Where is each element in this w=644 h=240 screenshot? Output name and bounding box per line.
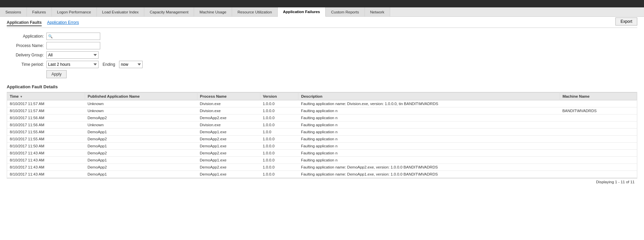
application-search-container: 🔍	[46, 33, 100, 40]
table-cell: DemoApp1.exe	[197, 129, 260, 136]
table-row[interactable]: 8/10/2017 11:57 AMUnknownDivision.exe1.0…	[7, 107, 637, 114]
table-cell	[560, 129, 637, 136]
table-cell: Unknown	[85, 122, 197, 129]
table-cell: 8/10/2017 11:55 AM	[7, 136, 85, 143]
table-cell: Faulting application n	[298, 150, 560, 157]
filter-section: Application: 🔍 Process Name: Delivery Gr…	[7, 33, 637, 78]
table-cell	[560, 136, 637, 143]
table-cell: 1.0.0	[260, 129, 298, 136]
table-cell: Faulting application n	[298, 143, 560, 150]
tab-load-evaluator[interactable]: Load Evaluator Index	[97, 7, 145, 16]
tab-application-failures[interactable]: Application Failures	[278, 7, 326, 17]
ending-select[interactable]: now custom	[119, 61, 143, 68]
table-row[interactable]: 8/10/2017 11:50 AMDemoApp1DemoApp1.exe1.…	[7, 143, 637, 150]
col-time[interactable]: Time ▼	[7, 93, 85, 100]
table-cell: DemoApp2.exe	[197, 150, 260, 157]
subtab-application-errors[interactable]: Application Errors	[47, 20, 79, 26]
table-cell: 8/10/2017 11:43 AM	[7, 150, 85, 157]
tab-network[interactable]: Network	[365, 7, 390, 16]
table-cell: 8/10/2017 11:56 AM	[7, 114, 85, 122]
table-row[interactable]: 8/10/2017 11:55 AMDemoApp1DemoApp1.exe1.…	[7, 129, 637, 136]
table-cell: 8/10/2017 11:43 AM	[7, 171, 85, 178]
table-cell: DemoApp2	[85, 114, 197, 122]
apply-button[interactable]: Apply	[46, 70, 67, 78]
table-cell: Unknown	[85, 100, 197, 107]
application-filter-row: Application: 🔍	[7, 33, 637, 40]
tab-logon-performance[interactable]: Logon Performance	[52, 7, 97, 16]
table-cell	[560, 143, 637, 150]
table-cell: Faulting application n	[298, 107, 560, 114]
tab-capacity-management[interactable]: Capacity Management	[144, 7, 194, 16]
table-cell: DemoApp1.exe	[197, 157, 260, 164]
tab-custom-reports[interactable]: Custom Reports	[326, 7, 365, 16]
table-row[interactable]: 8/10/2017 11:43 AMDemoApp1DemoApp1.exe1.…	[7, 157, 637, 164]
tab-failures[interactable]: Failures	[27, 7, 52, 16]
col-machine-name[interactable]: Machine Name	[560, 93, 637, 100]
table-row[interactable]: 8/10/2017 11:56 AMDemoApp2DemoApp2.exe1.…	[7, 114, 637, 122]
table-cell: 1.0.0.0	[260, 143, 298, 150]
table-cell	[560, 122, 637, 129]
process-name-input[interactable]	[46, 42, 100, 49]
table-cell: 1.0.0.0	[260, 100, 298, 107]
table-cell: DemoApp1.exe	[197, 143, 260, 150]
table-cell	[560, 150, 637, 157]
table-row[interactable]: 8/10/2017 11:43 AMDemoApp2DemoApp2.exe1.…	[7, 150, 637, 157]
delivery-group-filter-row: Delivery Group: All	[7, 51, 637, 59]
table-cell: Faulting application n	[298, 157, 560, 164]
table-cell	[560, 157, 637, 164]
top-nav	[0, 0, 644, 7]
subtab-application-faults[interactable]: Application Faults	[7, 20, 42, 26]
process-name-filter-row: Process Name:	[7, 42, 637, 49]
col-app-name[interactable]: Published Application Name	[85, 93, 197, 100]
table-row[interactable]: 8/10/2017 11:55 AMDemoApp2DemoApp2.exe1.…	[7, 136, 637, 143]
delivery-group-label: Delivery Group:	[7, 53, 44, 57]
delivery-group-select[interactable]: All	[46, 51, 99, 59]
table-cell: DemoApp2.exe	[197, 114, 260, 122]
table-cell: 8/10/2017 11:43 AM	[7, 164, 85, 171]
time-period-filter-row: Time period: Last 2 hours Last 4 hours L…	[7, 61, 637, 68]
apply-row: Apply	[7, 70, 637, 78]
sub-tabs: Application Faults Application Errors	[7, 20, 637, 28]
table-cell: Faulting application n	[298, 122, 560, 129]
table-cell: Division.exe	[197, 100, 260, 107]
table-cell: DemoApp1	[85, 129, 197, 136]
table-cell: 8/10/2017 11:50 AM	[7, 143, 85, 150]
table-row[interactable]: 8/10/2017 11:43 AMDemoApp1DemoApp1.exe1.…	[7, 171, 637, 178]
tab-bar: Sessions Failures Logon Performance Load…	[0, 7, 644, 17]
export-button[interactable]: Export	[615, 17, 637, 26]
ending-label: Ending	[103, 62, 115, 67]
table-cell: 1.0.0.0	[260, 136, 298, 143]
table-cell: DemoApp1.exe	[197, 171, 260, 178]
process-name-label: Process Name:	[7, 43, 44, 48]
table-cell: DemoApp2.exe	[197, 136, 260, 143]
content-area: Application Faults Application Errors Ex…	[0, 17, 644, 189]
table-header-row: Time ▼ Published Application Name Proces…	[7, 93, 637, 100]
table-cell: 8/10/2017 11:57 AM	[7, 100, 85, 107]
table-wrapper[interactable]: Time ▼ Published Application Name Proces…	[7, 92, 637, 178]
table-cell: Division.exe	[197, 107, 260, 114]
table-cell: Faulting application n	[298, 136, 560, 143]
table-section: Application Fault Details Time ▼ Publi	[7, 84, 637, 185]
table-cell: DemoApp1	[85, 171, 197, 178]
col-description[interactable]: Description	[298, 93, 560, 100]
table-cell: 1.0.0.0	[260, 114, 298, 122]
tab-sessions[interactable]: Sessions	[0, 7, 27, 16]
time-period-label: Time period:	[7, 62, 44, 67]
table-cell: DemoApp2.exe	[197, 164, 260, 171]
table-cell: BANDIT\MVADRDS	[560, 107, 637, 114]
table-cell: Faulting application name: DemoApp1.exe,…	[298, 171, 560, 178]
table-cell: 1.0.0.0	[260, 157, 298, 164]
table-cell: Faulting application n	[298, 114, 560, 122]
tab-resource-utilization[interactable]: Resource Utilization	[232, 7, 277, 16]
table-row[interactable]: 8/10/2017 11:43 AMDemoApp2DemoApp2.exe1.…	[7, 164, 637, 171]
table-cell	[560, 164, 637, 171]
table-row[interactable]: 8/10/2017 11:57 AMUnknownDivision.exe1.0…	[7, 100, 637, 107]
table-cell: Unknown	[85, 107, 197, 114]
time-period-select[interactable]: Last 2 hours Last 4 hours Last 8 hours L…	[46, 61, 99, 68]
table-cell: 1.0.0.0	[260, 122, 298, 129]
table-row[interactable]: 8/10/2017 11:56 AMUnknownDivision.exe1.0…	[7, 122, 637, 129]
col-process-name[interactable]: Process Name	[197, 93, 260, 100]
application-input[interactable]	[54, 34, 99, 39]
tab-machine-usage[interactable]: Machine Usage	[194, 7, 232, 16]
col-version[interactable]: Version	[260, 93, 298, 100]
